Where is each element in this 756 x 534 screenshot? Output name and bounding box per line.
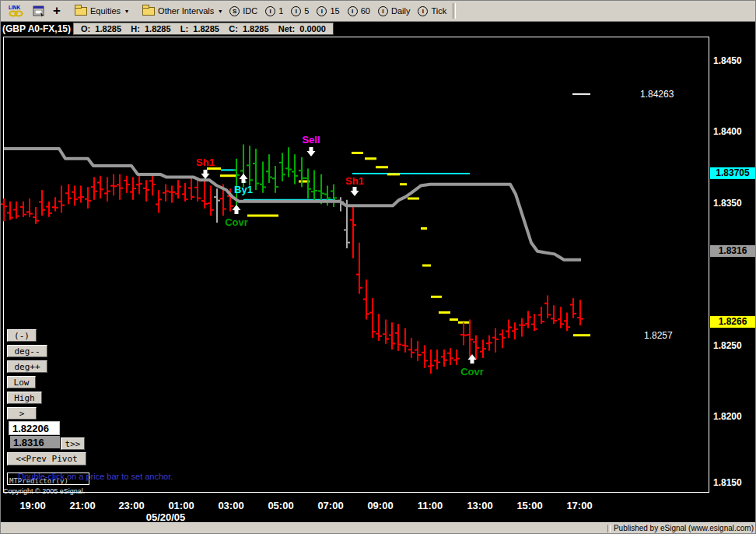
- copyright-text: Copyright © 2005 eSignal.: [3, 487, 85, 495]
- circled-i-icon: I: [418, 6, 428, 16]
- ohlc-values: O: 1.8285 H: 1.8285 L: 1.8285 C: 1.8285 …: [73, 23, 334, 35]
- link-icon-text: LINK: [9, 5, 20, 10]
- price-axis-label: 1.8250: [713, 340, 755, 351]
- interval-label: Tick: [431, 6, 446, 16]
- interval-button-60[interactable]: I60: [344, 5, 374, 18]
- minus-degree-button[interactable]: (-): [7, 329, 37, 342]
- price-axis-label: 1.8350: [713, 198, 755, 209]
- price-axis-label: 1.8400: [713, 126, 755, 137]
- deg-minus-button[interactable]: deg--: [7, 345, 47, 357]
- symbol-title: (GBP A0-FX,15): [2, 23, 73, 34]
- time-axis-label: 07:00: [317, 500, 343, 511]
- chevron-down-icon: ▾: [219, 8, 222, 15]
- interval-label: 5: [304, 6, 309, 16]
- price-axis-label: 1.8316: [710, 245, 755, 257]
- interval-button-daily[interactable]: IDaily: [374, 5, 414, 18]
- status-bar: Published by eSignal (www.esignal.com): [1, 522, 756, 533]
- high-button[interactable]: High: [7, 392, 42, 404]
- idc-label: IDC: [243, 6, 257, 16]
- time-axis-label: 09:00: [367, 500, 393, 511]
- interval-button-group: I1I5I15I60IDailyITick: [261, 5, 450, 18]
- circled-i-icon: I: [378, 6, 388, 16]
- prev-pivot-button[interactable]: <<Prev Pivot: [7, 452, 86, 465]
- link-icon: LINK: [8, 4, 25, 18]
- circled-i-icon: I: [291, 6, 301, 16]
- price-axis-label: 1.83705: [710, 167, 755, 179]
- idc-button[interactable]: S IDC: [226, 5, 261, 18]
- price-axis-label: 1.8266: [710, 316, 755, 328]
- time-axis-label: 11:00: [418, 500, 443, 511]
- properties-icon: [33, 5, 45, 17]
- equities-label: Equities: [90, 6, 121, 16]
- date-label: 05/20/05: [146, 511, 186, 523]
- plus-icon: +: [53, 7, 61, 15]
- chart-header: (GBP A0-FX,15) O: 1.8285 H: 1.8285 L: 1.…: [2, 23, 334, 35]
- deg-plus-button[interactable]: deg++: [7, 360, 47, 373]
- time-axis-label: 13:00: [467, 500, 492, 511]
- price-axis-label: 1.8450: [713, 55, 755, 66]
- stop-price-box: 1.8316: [10, 436, 60, 448]
- published-by-text: Published by eSignal (www.esignal.com): [614, 524, 756, 532]
- time-axis-label: 15:00: [516, 500, 542, 511]
- interval-label: Daily: [391, 6, 410, 16]
- interval-label: 1: [278, 6, 283, 16]
- circled-s-icon: S: [229, 6, 240, 16]
- esignal-window: LINK + Equities ▾ Other Intervals ▾: [0, 0, 756, 534]
- statusbar-separator: [607, 525, 611, 532]
- anchor-hint-text: Double-click on a price bar to set ancho…: [18, 472, 173, 481]
- step-forward-button[interactable]: >: [7, 407, 37, 420]
- time-axis-label: 05:00: [268, 500, 293, 511]
- circled-i-icon: I: [348, 6, 358, 16]
- folder-icon: [142, 7, 155, 16]
- folder-icon: [75, 7, 87, 16]
- interval-label: 60: [361, 6, 370, 16]
- interval-button-15[interactable]: I15: [313, 5, 343, 18]
- link-button[interactable]: LINK: [4, 2, 29, 19]
- price-axis-label: 1.8200: [713, 411, 755, 422]
- interval-button-tick[interactable]: ITick: [414, 5, 450, 18]
- interval-label: 15: [330, 6, 339, 16]
- next-pivot-button-partial[interactable]: t>>: [61, 437, 85, 450]
- circled-i-icon: I: [265, 6, 275, 16]
- time-axis-label: 03:00: [218, 500, 243, 511]
- price-axis-label: 1.8150: [713, 477, 755, 488]
- add-button[interactable]: +: [49, 5, 65, 16]
- interval-button-5[interactable]: I5: [287, 5, 313, 18]
- other-intervals-label: Other Intervals: [158, 6, 214, 16]
- circled-i-icon: I: [317, 6, 327, 16]
- toolbar-separator: [453, 3, 456, 19]
- time-axis-label: 21:00: [69, 500, 95, 511]
- target-price-box: 1.82206: [9, 421, 60, 435]
- time-axis-label: 17:00: [566, 500, 592, 511]
- interval-button-1[interactable]: I1: [261, 5, 287, 18]
- time-axis-label: 23:00: [118, 500, 144, 511]
- properties-button[interactable]: [29, 4, 49, 19]
- time-axis-label: 19:00: [19, 500, 45, 511]
- time-axis-label: 01:00: [168, 500, 194, 511]
- plot-area-border: [3, 37, 709, 493]
- chevron-down-icon: ▾: [125, 8, 128, 15]
- equities-menu[interactable]: Equities ▾: [71, 5, 132, 17]
- low-button[interactable]: Low: [7, 376, 36, 388]
- other-intervals-menu[interactable]: Other Intervals ▾: [138, 5, 226, 17]
- toolbar: LINK + Equities ▾ Other Intervals ▾: [1, 1, 756, 22]
